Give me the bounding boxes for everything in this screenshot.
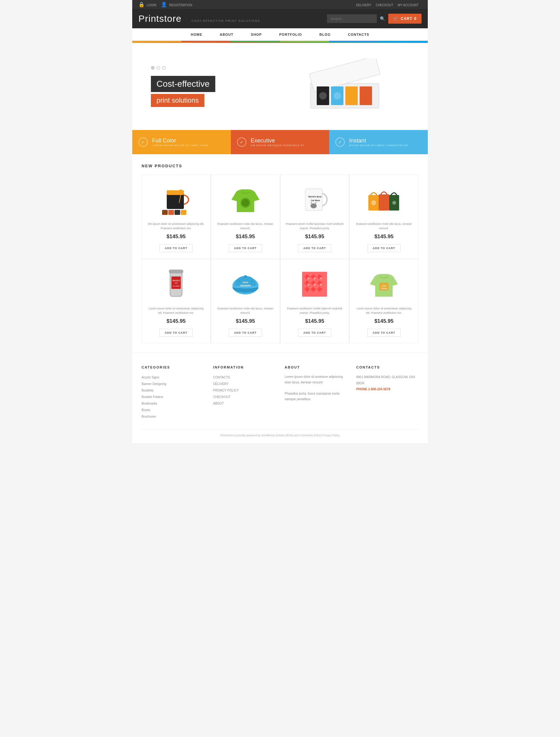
footer-info-link-5[interactable]: ABOUT xyxy=(213,402,224,405)
cart-button[interactable]: 🛒 CART 0 xyxy=(388,14,422,24)
svg-text:World's Best: World's Best xyxy=(308,196,322,198)
top-bar-left: 🔒 LOGIN 👤 REGISTRATION xyxy=(138,2,195,7)
product-image-6: FOXY GRANDPA xyxy=(216,266,275,303)
feature-title-2: Executive xyxy=(251,138,304,144)
product-image-2 xyxy=(216,181,275,218)
footer-cat-5[interactable]: Bookmarks xyxy=(142,400,204,407)
footer-cat-link-6[interactable]: Boxes xyxy=(142,408,150,412)
site-tagline: COST-EFFECTIVE PRINT SOLUTIONS xyxy=(191,19,260,22)
svg-point-53 xyxy=(314,278,315,279)
nav-link-blog[interactable]: BLOG xyxy=(311,28,339,41)
nav-link-home[interactable]: HOME xyxy=(182,28,211,41)
nav-link-shop[interactable]: SHOP xyxy=(242,28,270,41)
hero-content: Cost-effective print solutions xyxy=(151,66,280,107)
delivery-link[interactable]: DELIVERY xyxy=(356,3,371,7)
product-desc-3: Praesent vestm mollie lacenean nonh endr… xyxy=(286,222,344,231)
svg-point-7 xyxy=(334,92,341,100)
footer-info-link-1[interactable]: CONTACTS xyxy=(213,375,230,379)
svg-point-54 xyxy=(320,278,322,279)
footer-cat-7[interactable]: Brochures xyxy=(142,413,204,420)
footer-information: INFORMATION CONTACTS DELIVERY PRIVACY PO… xyxy=(213,366,275,420)
footer-info-1[interactable]: CONTACTS xyxy=(213,374,275,380)
feature-executive: ✓ Executive UM SOCIIS NATOQUE PENATIBUS … xyxy=(231,130,329,154)
footer-cat-link-2[interactable]: Banner Designing xyxy=(142,382,166,385)
svg-rect-12 xyxy=(175,210,180,215)
footer-about: ABOUT Lorem ipsum dolor sit ametscer adi… xyxy=(285,366,347,420)
hero-section: Cost-effective print solutions xyxy=(132,43,428,130)
product-image-8: t-shirt Printing xyxy=(355,266,413,303)
checkout-link[interactable]: CHECKOUT xyxy=(376,3,393,7)
svg-rect-26 xyxy=(379,194,390,211)
footer-info-2[interactable]: DELIVERY xyxy=(213,380,275,387)
footer-info-3[interactable]: PRIVACY POLICY xyxy=(213,387,275,394)
add-to-cart-7[interactable]: ADD TO CART xyxy=(298,329,331,337)
footer-cat-link-3[interactable]: Booklets xyxy=(142,389,153,392)
nav-link-contacts[interactable]: CONTACTS xyxy=(339,28,378,41)
wrapping-svg xyxy=(299,267,330,301)
cart-icon: 🛒 xyxy=(393,16,399,21)
footer-information-title: INFORMATION xyxy=(213,366,275,369)
svg-rect-31 xyxy=(169,270,183,273)
nav-item-about[interactable]: ABOUT xyxy=(211,28,242,41)
add-to-cart-3[interactable]: ADD TO CART xyxy=(298,244,331,252)
svg-point-25 xyxy=(371,200,376,205)
footer-info-4[interactable]: CHECKOUT xyxy=(213,394,275,400)
registration-link[interactable]: REGISTRATION xyxy=(169,3,192,7)
footer-cat-1[interactable]: Acrylic Signs xyxy=(142,374,204,380)
add-to-cart-2[interactable]: ADD TO CART xyxy=(229,244,262,252)
svg-text:FOXY: FOXY xyxy=(242,282,248,284)
svg-text:GRANDPA: GRANDPA xyxy=(240,285,251,287)
travel-mug-svg: SNUGGLE YOU So HARD xyxy=(162,267,190,301)
myaccount-link[interactable]: MY ACCOUNT xyxy=(398,3,419,7)
footer-cat-3[interactable]: Booklets xyxy=(142,387,204,394)
footer-info-link-4[interactable]: CHECKOUT xyxy=(213,395,231,399)
nav-item-contacts[interactable]: CONTACTS xyxy=(339,28,378,41)
footer-phone[interactable]: PHONE 1-800-234-5678 xyxy=(356,386,418,392)
product-price-1: $145.95 xyxy=(147,234,205,240)
footer-cat-link-5[interactable]: Bookmarks xyxy=(142,402,157,405)
footer-contacts: CONTACTS 8901 MARMORA ROAD, GLASGOW, D04… xyxy=(356,366,418,420)
catmom-mug-svg: World's Best Cat Mom xyxy=(299,183,330,217)
footer-address: 8901 MARMORA ROAD, GLASGOW, D04 89GR xyxy=(356,374,418,386)
login-link[interactable]: LOGIN xyxy=(147,3,156,7)
nav-item-portfolio[interactable]: PORTFOLIO xyxy=(271,28,311,41)
add-to-cart-5[interactable]: ADD TO CART xyxy=(159,329,193,337)
add-to-cart-8[interactable]: ADD TO CART xyxy=(367,329,401,337)
product-desc-5: Lorem ipsum dolor sit ametcetuer adipisc… xyxy=(147,307,205,315)
hero-dot-2[interactable] xyxy=(156,66,160,70)
add-to-cart-1[interactable]: ADD TO CART xyxy=(159,244,193,252)
products-grid-row2: SNUGGLE YOU So HARD Lorem ipsum dolor si… xyxy=(142,259,418,343)
product-card-7: Praesent vestibulum mollie ladennh endre… xyxy=(280,259,349,343)
nav-link-portfolio[interactable]: PORTFOLIO xyxy=(271,28,311,41)
svg-rect-4 xyxy=(345,86,358,105)
svg-text:Cat Mom: Cat Mom xyxy=(311,199,320,202)
svg-point-40 xyxy=(239,281,240,282)
product-price-5: $145.95 xyxy=(147,318,205,324)
feature-check-3: ✓ xyxy=(335,138,345,147)
nav-item-home[interactable]: HOME xyxy=(182,28,211,41)
product-image-7 xyxy=(286,266,344,303)
footer-cat-link-1[interactable]: Acrylic Signs xyxy=(142,375,159,379)
footer-cat-6[interactable]: Boxes xyxy=(142,407,204,413)
add-to-cart-6[interactable]: ADD TO CART xyxy=(229,329,262,337)
nav-item-blog[interactable]: BLOG xyxy=(311,28,339,41)
svg-point-6 xyxy=(319,92,327,100)
hero-image xyxy=(280,58,409,114)
footer-info-link-2[interactable]: DELIVERY xyxy=(213,382,228,385)
nav-link-about[interactable]: ABOUT xyxy=(211,28,242,41)
footer-info-5[interactable]: ABOUT xyxy=(213,400,275,407)
search-button[interactable]: 🔍 xyxy=(380,16,385,21)
search-input[interactable] xyxy=(327,14,377,23)
footer-cat-link-7[interactable]: Brochures xyxy=(142,415,156,418)
feature-subtitle-2: UM SOCIIS NATOQUE PENATIBUS ET xyxy=(251,144,304,147)
footer-cat-2[interactable]: Banner Designing xyxy=(142,380,204,387)
hero-dot-3[interactable] xyxy=(162,66,166,70)
footer-cat-link-4[interactable]: Booklet Folders xyxy=(142,395,163,399)
add-to-cart-4[interactable]: ADD TO CART xyxy=(367,244,401,252)
product-image-5: SNUGGLE YOU So HARD xyxy=(147,266,205,303)
footer-info-link-3[interactable]: PRIVACY POLICY xyxy=(213,389,239,392)
footer-cat-4[interactable]: Booklet Folders xyxy=(142,394,204,400)
hero-dot-1[interactable] xyxy=(151,66,155,70)
nav-item-shop[interactable]: SHOP xyxy=(242,28,270,41)
hero-dots xyxy=(151,66,280,70)
